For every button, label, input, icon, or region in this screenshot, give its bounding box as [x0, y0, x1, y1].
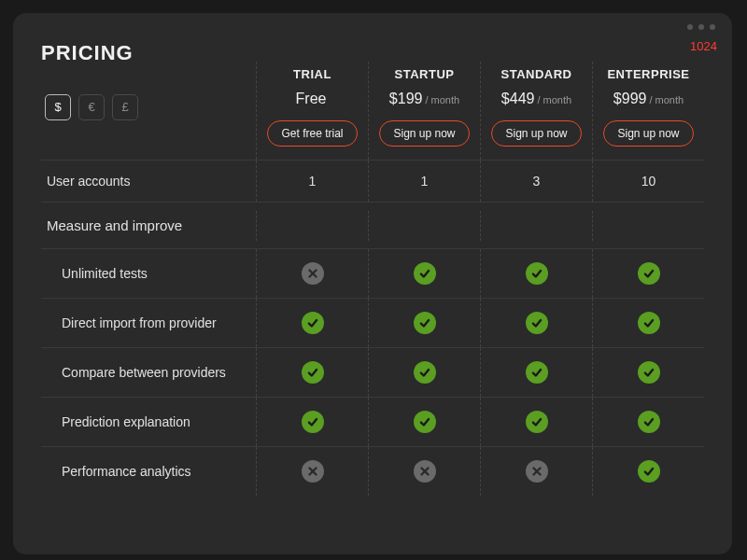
check-icon — [526, 411, 548, 433]
plan-cell — [592, 447, 704, 496]
plan-cell — [592, 398, 704, 446]
check-icon — [414, 262, 436, 285]
price-period: / month — [425, 94, 459, 105]
cta-trial-button[interactable]: Get free trial — [267, 120, 357, 147]
plan-name: STARTUP — [373, 67, 476, 81]
section-row: Measure and improve — [41, 202, 704, 248]
plan-cell — [256, 447, 368, 496]
plan-cell — [256, 299, 368, 347]
window-dot-icon — [698, 24, 704, 30]
currency-gbp-button[interactable]: £ — [112, 94, 138, 120]
row-label: Direct import from provider — [41, 302, 256, 343]
cross-icon — [526, 460, 548, 483]
plan-cell — [480, 398, 592, 446]
empty-cell — [480, 211, 592, 241]
currency-selector: $ € £ — [45, 94, 252, 120]
plan-header-enterprise: ENTERPRISE $999/ month Sign up now — [592, 62, 704, 160]
check-icon — [638, 312, 660, 334]
cross-icon — [414, 460, 436, 483]
plan-cell — [256, 348, 368, 397]
price-value: $449 — [501, 91, 535, 106]
breakpoint-badge: 1024 — [690, 39, 717, 53]
check-icon — [526, 262, 548, 285]
currency-usd-button[interactable]: $ — [45, 94, 71, 120]
plan-name: TRIAL — [261, 67, 364, 81]
plan-header-trial: TRIAL Free Get free trial — [256, 62, 368, 160]
plan-cell: 3 — [480, 161, 592, 202]
cross-icon — [302, 262, 324, 285]
check-icon — [638, 460, 660, 483]
table-row: Performance analytics — [41, 446, 704, 496]
row-label: Unlimited tests — [41, 253, 256, 294]
check-icon — [526, 361, 548, 384]
plan-cell — [368, 398, 480, 446]
plan-header-startup: STARTUP $199/ month Sign up now — [368, 62, 480, 160]
plan-cell — [480, 447, 592, 496]
row-label: Prediction explanation — [41, 401, 256, 442]
row-label: User accounts — [41, 161, 256, 202]
plan-cell — [592, 249, 704, 298]
empty-cell — [368, 211, 480, 241]
price-period: / month — [537, 94, 571, 105]
pricing-card: 1024 PRICING $ € £ TRIAL Free Get free t… — [13, 13, 732, 554]
plan-cell — [480, 299, 592, 347]
table-row: User accounts11310 — [41, 160, 704, 202]
plan-cell — [256, 398, 368, 446]
table-row: Compare between providers — [41, 347, 704, 397]
plan-cell — [368, 249, 480, 298]
plan-cell — [480, 249, 592, 298]
plan-price: Free — [261, 91, 364, 107]
check-icon — [638, 262, 660, 285]
plan-price: $999/ month — [597, 91, 700, 107]
price-value: $999 — [613, 91, 647, 106]
plan-cell — [368, 348, 480, 397]
plan-price: $449/ month — [485, 91, 588, 107]
cross-icon — [302, 460, 324, 483]
plan-cell — [592, 299, 704, 347]
row-label: Compare between providers — [41, 352, 256, 393]
cta-startup-button[interactable]: Sign up now — [379, 120, 469, 147]
check-icon — [638, 411, 660, 433]
table-row: Unlimited tests — [41, 248, 704, 298]
table-row: Direct import from provider — [41, 298, 704, 347]
check-icon — [302, 411, 324, 433]
plan-cell: 1 — [256, 161, 368, 202]
check-icon — [414, 361, 436, 384]
plan-cell — [592, 348, 704, 397]
plan-cell: 1 — [368, 161, 480, 202]
plan-cell — [480, 348, 592, 397]
price-value: $199 — [389, 91, 423, 106]
check-icon — [414, 312, 436, 334]
window-dot-icon — [710, 24, 715, 30]
window-controls — [687, 24, 715, 30]
plan-cell: 10 — [592, 161, 704, 202]
check-icon — [302, 312, 324, 334]
row-label: Measure and improve — [41, 203, 256, 248]
check-icon — [414, 411, 436, 433]
check-icon — [526, 312, 548, 334]
window-dot-icon — [687, 24, 693, 30]
currency-eur-button[interactable]: € — [78, 94, 105, 120]
plan-header-standard: STANDARD $449/ month Sign up now — [480, 62, 592, 160]
pricing-rows: User accounts11310Measure and improveUnl… — [41, 160, 704, 496]
plan-price: $199/ month — [373, 91, 476, 107]
plan-cell — [368, 447, 480, 496]
empty-cell — [592, 211, 704, 241]
plan-cell — [256, 249, 368, 298]
price-value: Free — [296, 91, 327, 106]
pricing-header-row: $ € £ TRIAL Free Get free trial STARTUP … — [41, 62, 704, 160]
plan-name: ENTERPRISE — [597, 67, 700, 81]
row-label: Performance analytics — [41, 451, 256, 492]
cta-standard-button[interactable]: Sign up now — [491, 120, 581, 147]
empty-cell — [256, 211, 368, 241]
cta-enterprise-button[interactable]: Sign up now — [603, 120, 693, 147]
table-row: Prediction explanation — [41, 397, 704, 446]
check-icon — [638, 361, 660, 384]
plan-cell — [368, 299, 480, 347]
price-period: / month — [649, 94, 684, 105]
plan-name: STANDARD — [485, 67, 588, 81]
check-icon — [302, 361, 324, 384]
